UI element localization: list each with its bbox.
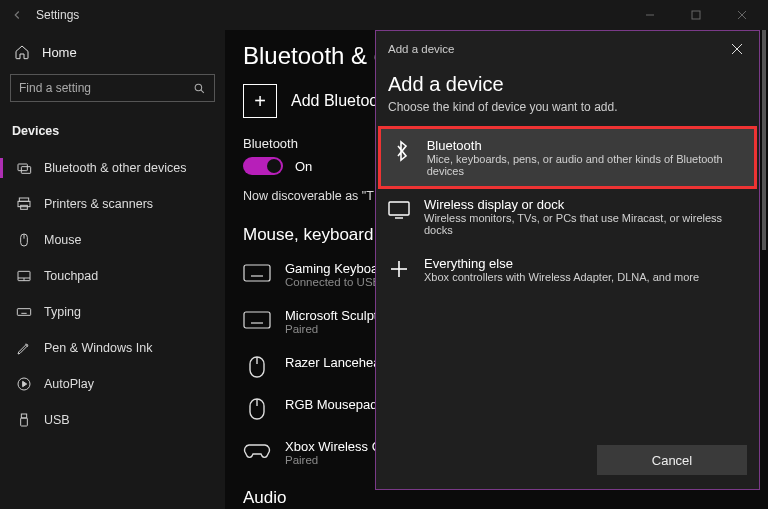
- keyboard-icon: [243, 263, 271, 283]
- audio-group-title: Audio: [243, 488, 768, 508]
- sidebar-section-header: Devices: [10, 116, 215, 148]
- dialog-title: Add a device: [376, 63, 759, 100]
- sidebar-item-usb[interactable]: USB: [10, 404, 215, 436]
- minimize-button[interactable]: [628, 0, 672, 30]
- svg-rect-7: [21, 167, 30, 174]
- svg-rect-10: [21, 205, 28, 209]
- titlebar: Settings: [0, 0, 768, 30]
- printer-icon: [16, 196, 32, 212]
- maximize-button[interactable]: [674, 0, 718, 30]
- titlebar-left: Settings: [8, 6, 79, 24]
- sidebar-home[interactable]: Home: [10, 40, 215, 70]
- dialog-option-everything-else[interactable]: Everything else Xbox controllers with Wi…: [376, 246, 759, 293]
- touchpad-icon: [16, 268, 32, 284]
- usb-icon: [16, 412, 32, 428]
- search-input[interactable]: Find a setting: [10, 74, 215, 102]
- cancel-button[interactable]: Cancel: [597, 445, 747, 475]
- sidebar-item-label: Touchpad: [44, 269, 98, 283]
- sidebar-item-label: Pen & Windows Ink: [44, 341, 152, 355]
- svg-point-4: [195, 84, 202, 91]
- svg-rect-1: [692, 11, 700, 19]
- svg-rect-33: [244, 312, 270, 328]
- dialog-footer: Cancel: [376, 435, 759, 489]
- gamepad-icon: [243, 441, 271, 461]
- bluetooth-icon: [392, 140, 413, 162]
- autoplay-icon: [16, 376, 32, 392]
- svg-rect-9: [18, 201, 30, 206]
- sidebar-item-label: Mouse: [44, 233, 82, 247]
- plus-icon: +: [243, 84, 277, 118]
- settings-window: Settings Home Find a setting: [0, 0, 768, 509]
- pen-icon: [16, 340, 32, 356]
- scrollbar-thumb[interactable]: [762, 30, 766, 250]
- svg-rect-8: [19, 198, 28, 201]
- sidebar-home-label: Home: [42, 45, 77, 60]
- bluetooth-toggle-state: On: [295, 159, 312, 174]
- close-button[interactable]: [720, 0, 764, 30]
- sidebar-item-label: AutoPlay: [44, 377, 94, 391]
- sidebar-item-pen[interactable]: Pen & Windows Ink: [10, 332, 215, 364]
- option-desc: Wireless monitors, TVs, or PCs that use …: [424, 212, 747, 236]
- option-title: Wireless display or dock: [424, 197, 747, 212]
- sidebar: Home Find a setting Devices Bluetooth & …: [0, 30, 225, 509]
- app-title: Settings: [36, 8, 79, 22]
- dialog-close-button[interactable]: [723, 37, 751, 61]
- option-title: Everything else: [424, 256, 699, 271]
- sidebar-item-bluetooth[interactable]: Bluetooth & other devices: [10, 152, 215, 184]
- option-desc: Mice, keyboards, pens, or audio and othe…: [427, 153, 743, 177]
- window-controls: [628, 0, 764, 30]
- sidebar-item-label: USB: [44, 413, 70, 427]
- device-title: RGB Mousepad: [285, 397, 378, 412]
- svg-rect-24: [21, 414, 26, 418]
- option-title: Bluetooth: [427, 138, 743, 153]
- mouse-icon: [16, 232, 32, 248]
- option-desc: Xbox controllers with Wireless Adapter, …: [424, 271, 699, 283]
- device-title: Razer Lancehead: [285, 355, 388, 370]
- dialog-header-text: Add a device: [388, 43, 455, 55]
- svg-rect-25: [21, 418, 28, 426]
- devices-icon: [16, 160, 32, 176]
- bluetooth-toggle[interactable]: [243, 157, 283, 175]
- search-icon: [193, 82, 206, 95]
- search-placeholder: Find a setting: [19, 81, 91, 95]
- dialog-option-bluetooth[interactable]: Bluetooth Mice, keyboards, pens, or audi…: [380, 128, 755, 187]
- dialog-header: Add a device: [376, 31, 759, 63]
- dialog-option-wireless-display[interactable]: Wireless display or dock Wireless monito…: [376, 187, 759, 246]
- sidebar-item-mouse[interactable]: Mouse: [10, 224, 215, 256]
- svg-rect-6: [18, 164, 27, 171]
- dialog-subtitle: Choose the kind of device you want to ad…: [376, 100, 759, 128]
- add-device-dialog: Add a device Add a device Choose the kin…: [375, 30, 760, 490]
- mouse-icon: [243, 399, 271, 419]
- keyboard-icon: [243, 310, 271, 330]
- svg-rect-16: [17, 309, 30, 316]
- back-button[interactable]: [8, 6, 26, 24]
- sidebar-item-label: Typing: [44, 305, 81, 319]
- keyboard-icon: [16, 304, 32, 320]
- sidebar-item-touchpad[interactable]: Touchpad: [10, 260, 215, 292]
- sidebar-item-label: Printers & scanners: [44, 197, 153, 211]
- display-icon: [388, 199, 410, 221]
- plus-icon: [388, 258, 410, 280]
- mouse-icon: [243, 357, 271, 377]
- svg-rect-26: [244, 265, 270, 281]
- sidebar-item-label: Bluetooth & other devices: [44, 161, 186, 175]
- sidebar-item-typing[interactable]: Typing: [10, 296, 215, 328]
- sidebar-item-printers[interactable]: Printers & scanners: [10, 188, 215, 220]
- svg-line-5: [201, 89, 204, 92]
- home-icon: [14, 44, 30, 60]
- svg-rect-46: [389, 202, 409, 215]
- svg-marker-23: [23, 381, 27, 386]
- sidebar-item-autoplay[interactable]: AutoPlay: [10, 368, 215, 400]
